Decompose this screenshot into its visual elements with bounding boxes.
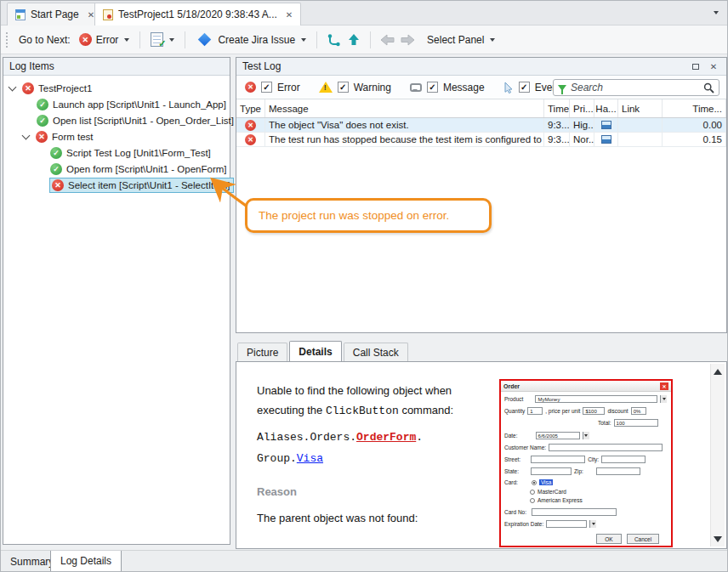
mastercard-radio <box>530 490 535 495</box>
tree-item-testproject1[interactable]: TestProject1 <box>3 80 230 96</box>
log-items-tree: TestProject1 Launch app [Script\Unit1 - … <box>3 76 230 193</box>
log-priority: Hig... <box>570 118 594 132</box>
tab-details[interactable]: Details <box>289 341 341 361</box>
test-log-tab-icon <box>103 9 113 20</box>
product-combobox: MyMoney <box>535 395 657 403</box>
tree-item-form-test[interactable]: Form test <box>3 128 230 144</box>
zip-field <box>596 467 640 475</box>
upload-icon[interactable] <box>345 31 362 49</box>
log-row-2[interactable]: The test run has stopped because the tes… <box>236 133 726 147</box>
column-has-picture[interactable]: Ha... <box>594 99 618 117</box>
tab-picture[interactable]: Picture <box>237 343 287 361</box>
tree-item-label: Launch app [Script\Unit1 - Launch_App] <box>53 99 226 110</box>
visa-object-link[interactable]: Visa <box>297 452 323 465</box>
success-icon <box>50 163 62 175</box>
select-panel-button[interactable]: Select Panel <box>423 31 499 48</box>
restore-icon[interactable] <box>689 60 702 72</box>
log-time: 9:3... <box>544 133 570 146</box>
close-icon[interactable] <box>88 10 94 20</box>
amex-radio <box>530 498 535 503</box>
create-jira-issue-button[interactable]: Create Jira Issue <box>191 31 310 48</box>
callout-text: The project run was stopped on error. <box>259 209 449 222</box>
customer-name-label: Customer Name: <box>504 445 546 450</box>
back-arrow-icon[interactable] <box>378 31 395 49</box>
error-icon <box>245 134 256 145</box>
order-form-body: Product MyMoney Quantity 1 , price per u… <box>501 392 671 547</box>
tree-item-open-form[interactable]: Open form [Script\Unit1 - OpenForm] <box>3 161 230 177</box>
create-jira-issue-label: Create Jira Issue <box>218 34 295 46</box>
chevron-down-icon[interactable] <box>124 38 129 42</box>
chevron-expanded-icon[interactable] <box>9 82 17 91</box>
tab-list-chevron-down-icon[interactable] <box>714 11 719 14</box>
select-result-button[interactable] <box>146 30 179 49</box>
column-message[interactable]: Message <box>265 99 544 117</box>
error-checkbox[interactable] <box>261 82 272 93</box>
forward-arrow-icon[interactable] <box>399 31 416 49</box>
close-icon[interactable] <box>286 10 293 20</box>
panel-title: Log Items <box>9 60 54 72</box>
log-row-1[interactable]: The object "Visa" does not exist. 9:3...… <box>236 118 726 133</box>
log-search-box[interactable] <box>553 79 719 96</box>
picture-icon[interactable] <box>601 135 611 144</box>
quantity-label: Quantity <box>504 408 525 414</box>
log-link <box>618 118 663 132</box>
column-time[interactable]: Time <box>544 99 570 117</box>
tree-item-select-item[interactable]: Select item [Script\Unit1 - SelectItem] <box>3 177 230 193</box>
filter-label: Error <box>277 82 300 93</box>
tab-log-details[interactable]: Log Details <box>50 551 122 572</box>
toolbar-grip[interactable] <box>6 32 9 48</box>
event-checkbox[interactable] <box>519 82 530 93</box>
tree-item-script-test-log[interactable]: Script Test Log [Unit1\Form_Test] <box>3 144 230 161</box>
tree-item-launch-app[interactable]: Launch app [Script\Unit1 - Launch_App] <box>3 96 230 112</box>
magnifier-icon[interactable] <box>703 82 714 93</box>
branch-icon[interactable] <box>325 31 342 49</box>
object-path-block: Aliases.Orders.OrderForm. Group.Visa <box>257 427 474 469</box>
chevron-down-icon[interactable] <box>169 38 174 42</box>
filter-warning[interactable]: Warning <box>319 82 391 93</box>
toolbar-separator <box>370 31 371 48</box>
filter-error[interactable]: Error <box>245 82 300 93</box>
tree-item-open-list[interactable]: Open list [Script\Unit1 - Open_Order_Lis… <box>3 112 230 128</box>
chevron-expanded-icon[interactable] <box>22 131 31 139</box>
log-message: The test run has stopped because the tes… <box>265 133 544 146</box>
scroll-down-icon[interactable] <box>711 531 725 547</box>
log-priority: Nor... <box>570 133 594 146</box>
vertical-scrollbar[interactable] <box>710 364 725 547</box>
main-toolbar: Go to Next: Error Create Jira Issue <box>1 25 727 54</box>
tab-test-log-project[interactable]: TestProject1 5/18/2020 9:38:43 A... <box>94 3 301 25</box>
column-time-diff[interactable]: Time... <box>663 99 726 117</box>
card-label: Card: <box>504 479 518 485</box>
log-table-header: Type Message Time Pri... Ha... Link Time… <box>236 99 726 118</box>
column-link[interactable]: Link <box>618 99 663 117</box>
warning-checkbox[interactable] <box>338 82 349 93</box>
filter-message[interactable]: Message <box>410 82 485 93</box>
card-no-field <box>532 508 617 516</box>
column-type[interactable]: Type <box>236 99 265 117</box>
search-input[interactable] <box>571 82 699 93</box>
column-priority[interactable]: Pri... <box>570 99 594 117</box>
chevron-down-icon[interactable] <box>301 38 306 42</box>
toolbar-separator <box>139 31 140 48</box>
tab-label: TestProject1 5/18/2020 9:38:43 A... <box>118 8 277 20</box>
picture-icon[interactable] <box>601 121 611 129</box>
tab-label: Start Page <box>31 8 79 20</box>
test-log-panel-header: Test Log <box>236 58 726 76</box>
visa-radio <box>532 480 537 485</box>
error-icon <box>79 33 92 46</box>
price-field: $100 <box>583 407 605 415</box>
jira-icon <box>198 33 212 47</box>
tree-item-label: Open list [Script\Unit1 - Open_Order_Lis… <box>53 116 234 126</box>
tab-call-stack[interactable]: Call Stack <box>344 343 408 361</box>
close-icon[interactable] <box>707 60 720 72</box>
card-no-label: Card No: <box>504 509 526 515</box>
message-checkbox[interactable] <box>427 82 438 93</box>
log-time: 9:3... <box>544 118 570 132</box>
chevron-down-icon[interactable] <box>490 38 495 42</box>
document-check-icon <box>151 32 163 47</box>
go-to-next-error-button[interactable]: Error <box>75 31 134 48</box>
missing-object-name: OrderForm <box>356 431 416 444</box>
details-tab-bar: Picture Details Call Stack <box>236 341 727 361</box>
state-field <box>531 467 572 475</box>
scroll-up-icon[interactable] <box>711 364 725 379</box>
tab-start-page[interactable]: Start Page <box>7 3 103 25</box>
